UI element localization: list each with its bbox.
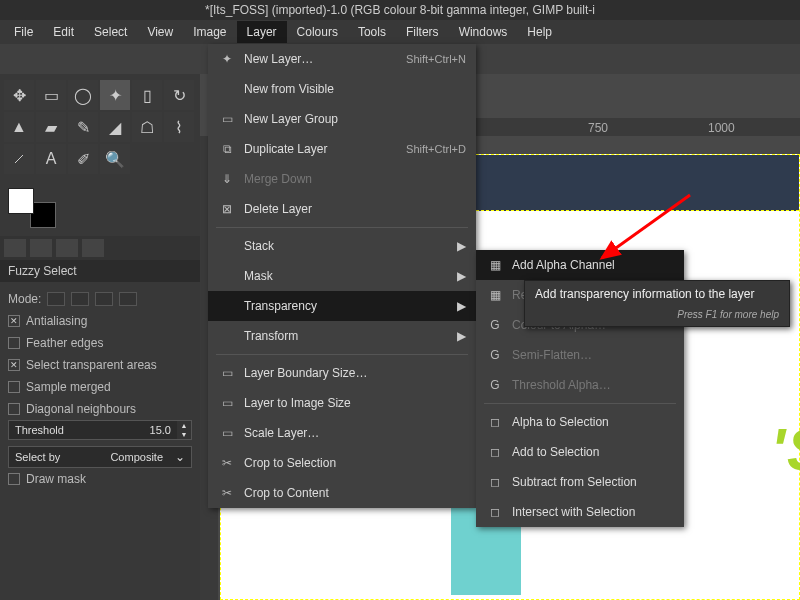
selectby-row[interactable]: Select by Composite ⌄ (8, 446, 192, 468)
layer-menu-new-layer-group[interactable]: ▭New Layer Group (208, 104, 476, 134)
menu-icon: ✂ (218, 454, 236, 472)
path-tool[interactable]: ⟋ (4, 144, 34, 174)
feather-checkbox[interactable] (8, 337, 20, 349)
transparency-menu-alpha-to-selection[interactable]: ◻Alpha to Selection (476, 407, 684, 437)
dock-tab-1[interactable] (4, 239, 26, 257)
mode-replace[interactable] (47, 292, 65, 306)
menu-layer[interactable]: Layer (237, 21, 287, 43)
antialias-checkbox[interactable]: ✕ (8, 315, 20, 327)
layer-menu-new-from-visible[interactable]: New from Visible (208, 74, 476, 104)
transparency-menu-add-alpha-channel[interactable]: ▦Add Alpha Channel (476, 250, 684, 280)
rect-select-tool[interactable]: ▭ (36, 80, 66, 110)
menu-windows[interactable]: Windows (449, 21, 518, 43)
menu-label: Merge Down (244, 172, 312, 186)
menu-label: Subtract from Selection (512, 475, 637, 489)
clone-tool[interactable]: ☖ (132, 112, 162, 142)
sample-merged-checkbox[interactable] (8, 381, 20, 393)
feather-row[interactable]: Feather edges (8, 332, 192, 354)
mode-intersect[interactable] (119, 292, 137, 306)
colorpicker-tool[interactable]: ✐ (68, 144, 98, 174)
antialias-row[interactable]: ✕ Antialiasing (8, 310, 192, 332)
layer-menu-transform[interactable]: Transform▶ (208, 321, 476, 351)
warp-tool[interactable]: ▲ (4, 112, 34, 142)
fg-color-swatch[interactable] (8, 188, 34, 214)
threshold-up[interactable]: ▲ (177, 421, 191, 430)
dock-tab-3[interactable] (56, 239, 78, 257)
threshold-value[interactable]: 15.0 (144, 424, 177, 436)
zoom-tool[interactable]: 🔍 (100, 144, 130, 174)
menu-label: New from Visible (244, 82, 334, 96)
transparent-checkbox[interactable]: ✕ (8, 359, 20, 371)
bucket-fill-tool[interactable]: ▰ (36, 112, 66, 142)
ruler-tick: 1000 (708, 121, 735, 135)
layer-menu-scale-layer-[interactable]: ▭Scale Layer… (208, 418, 476, 448)
menu-select[interactable]: Select (84, 21, 137, 43)
layer-menu-layer-boundary-size-[interactable]: ▭Layer Boundary Size… (208, 358, 476, 388)
transparency-menu-add-to-selection[interactable]: ◻Add to Selection (476, 437, 684, 467)
menu-label: Layer Boundary Size… (244, 366, 367, 380)
color-swatches[interactable] (8, 188, 56, 228)
drawmask-row[interactable]: Draw mask (8, 468, 192, 490)
feather-label: Feather edges (26, 336, 103, 350)
transparency-menu-subtract-from-selection[interactable]: ◻Subtract from Selection (476, 467, 684, 497)
mode-add[interactable] (71, 292, 89, 306)
layer-menu-crop-to-content[interactable]: ✂Crop to Content (208, 478, 476, 508)
menu-icon: ▭ (218, 424, 236, 442)
menu-file[interactable]: File (4, 21, 43, 43)
menu-label: Delete Layer (244, 202, 312, 216)
rotate-tool[interactable]: ↻ (164, 80, 194, 110)
dock-tab-4[interactable] (82, 239, 104, 257)
menu-label: Crop to Content (244, 486, 329, 500)
menu-colours[interactable]: Colours (287, 21, 348, 43)
move-tool[interactable]: ✥ (4, 80, 34, 110)
canvas-text: 'S (771, 415, 800, 484)
drawmask-checkbox[interactable] (8, 473, 20, 485)
left-panel: ✥ ▭ ◯ ✦ ▯ ↻ ▲ ▰ ✎ ◢ ☖ ⌇ ⟋ A ✐ 🔍 Fuzzy (0, 74, 200, 600)
layer-menu-new-layer-[interactable]: ✦New Layer…Shift+Ctrl+N (208, 44, 476, 74)
threshold-spinner[interactable]: Threshold 15.0 ▲▼ (8, 420, 192, 440)
diagonal-checkbox[interactable] (8, 403, 20, 415)
text-tool[interactable]: A (36, 144, 66, 174)
menu-view[interactable]: View (137, 21, 183, 43)
menu-label: Duplicate Layer (244, 142, 327, 156)
menu-label: Semi-Flatten… (512, 348, 592, 362)
dock-tab-2[interactable] (30, 239, 52, 257)
menu-tools[interactable]: Tools (348, 21, 396, 43)
submenu-arrow-icon: ▶ (457, 329, 466, 343)
paintbrush-tool[interactable]: ✎ (68, 112, 98, 142)
diagonal-row[interactable]: Diagonal neighbours (8, 398, 192, 420)
free-select-tool[interactable]: ◯ (68, 80, 98, 110)
menu-filters[interactable]: Filters (396, 21, 449, 43)
toolbox: ✥ ▭ ◯ ✦ ▯ ↻ ▲ ▰ ✎ ◢ ☖ ⌇ ⟋ A ✐ 🔍 (0, 74, 200, 180)
layer-menu-delete-layer[interactable]: ⊠Delete Layer (208, 194, 476, 224)
menu-icon: ⊠ (218, 200, 236, 218)
sample-merged-row[interactable]: Sample merged (8, 376, 192, 398)
transparent-row[interactable]: ✕ Select transparent areas (8, 354, 192, 376)
menu-label: Crop to Selection (244, 456, 336, 470)
menu-label: Stack (244, 239, 274, 253)
crop-tool[interactable]: ▯ (132, 80, 162, 110)
layer-menu-transparency[interactable]: Transparency▶ (208, 291, 476, 321)
menu-icon (218, 297, 236, 315)
layer-menu-stack[interactable]: Stack▶ (208, 231, 476, 261)
layer-menu-duplicate-layer[interactable]: ⧉Duplicate LayerShift+Ctrl+D (208, 134, 476, 164)
selectby-label: Select by (9, 451, 66, 463)
transparency-menu-intersect-with-selection[interactable]: ◻Intersect with Selection (476, 497, 684, 527)
menu-icon (218, 267, 236, 285)
fuzzy-select-tool[interactable]: ✦ (100, 80, 130, 110)
menu-image[interactable]: Image (183, 21, 236, 43)
menu-icon: G (486, 376, 504, 394)
menu-edit[interactable]: Edit (43, 21, 84, 43)
eraser-tool[interactable]: ◢ (100, 112, 130, 142)
menu-help[interactable]: Help (517, 21, 562, 43)
transparency-menu-threshold-alpha-: GThreshold Alpha… (476, 370, 684, 400)
threshold-down[interactable]: ▼ (177, 430, 191, 439)
transparency-menu-semi-flatten-: GSemi-Flatten… (476, 340, 684, 370)
smudge-tool[interactable]: ⌇ (164, 112, 194, 142)
layer-menu-layer-to-image-size[interactable]: ▭Layer to Image Size (208, 388, 476, 418)
layer-menu-mask[interactable]: Mask▶ (208, 261, 476, 291)
window-title: *[Its_FOSS] (imported)-1.0 (RGB colour 8… (0, 0, 800, 20)
layer-menu-crop-to-selection[interactable]: ✂Crop to Selection (208, 448, 476, 478)
menu-label: New Layer… (244, 52, 313, 66)
mode-subtract[interactable] (95, 292, 113, 306)
